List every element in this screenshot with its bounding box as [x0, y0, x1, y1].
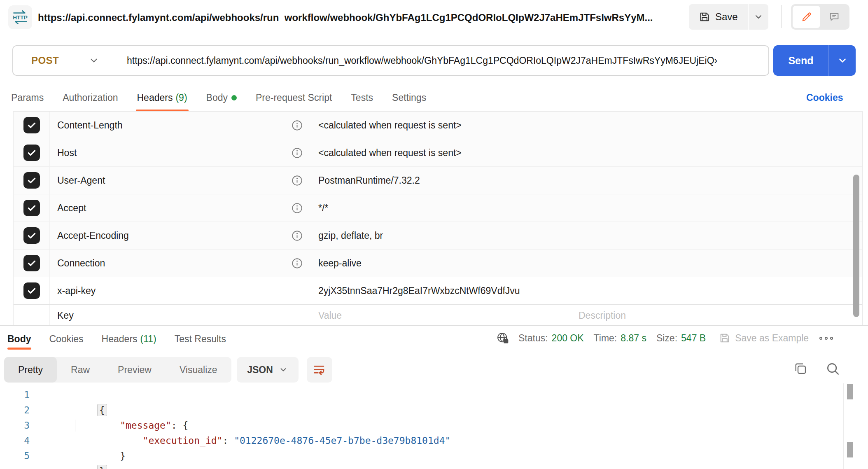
response-tab-headers[interactable]: Headers (11): [102, 328, 156, 350]
response-tab-cookies[interactable]: Cookies: [49, 328, 84, 350]
row-checkbox-cell: [14, 305, 50, 325]
header-description[interactable]: [571, 277, 862, 304]
line-number: 1: [0, 387, 30, 403]
info-icon[interactable]: [292, 230, 303, 241]
header-description[interactable]: [571, 222, 862, 249]
key-input[interactable]: Key: [57, 310, 309, 321]
header-key[interactable]: Host: [57, 147, 292, 159]
save-button[interactable]: Save: [689, 4, 748, 30]
more-options-icon[interactable]: [819, 337, 833, 340]
header-description[interactable]: [571, 250, 862, 277]
send-options-button[interactable]: [829, 55, 856, 66]
checkmark-icon: [26, 203, 37, 213]
response-scrollbar-track: [843, 383, 844, 469]
view-mode-pretty[interactable]: Pretty: [4, 357, 57, 383]
header-key[interactable]: Accept-Encoding: [57, 230, 292, 241]
response-scrollbar-thumb[interactable]: [847, 442, 853, 457]
tab-body[interactable]: Body: [206, 84, 237, 111]
copy-response-button[interactable]: [793, 361, 808, 376]
beautify-icon: [313, 363, 326, 376]
url-input[interactable]: https://api.connect.fylamynt.com/api/web…: [127, 55, 768, 66]
tab-settings[interactable]: Settings: [392, 84, 426, 111]
response-panel: Body Cookies Headers (11) Test Results S…: [0, 325, 868, 469]
header-description[interactable]: [571, 112, 862, 139]
tab-params[interactable]: Params: [11, 84, 44, 111]
method-selector[interactable]: POST: [31, 55, 59, 66]
view-mode-visualize[interactable]: Visualize: [166, 357, 231, 383]
code-line: 2 "message": {: [0, 403, 840, 418]
time-label: Time:: [594, 333, 617, 344]
format-wrap-button[interactable]: [307, 357, 332, 383]
tab-authorization[interactable]: Authorization: [63, 84, 118, 111]
header-key[interactable]: Accept: [57, 203, 292, 214]
header-enabled-checkbox[interactable]: [23, 200, 40, 216]
header-value[interactable]: <calculated when request is sent>: [309, 147, 571, 159]
send-button[interactable]: Send: [773, 55, 828, 67]
save-options-button[interactable]: [749, 4, 768, 30]
chevron-down-icon: [279, 365, 288, 374]
status-value: 200 OK: [552, 333, 584, 344]
header-description[interactable]: [571, 139, 862, 166]
tab-settings-label: Settings: [392, 92, 426, 103]
header-enabled-checkbox[interactable]: [23, 117, 40, 133]
header-description[interactable]: [571, 194, 862, 222]
tab-headers[interactable]: Headers (9): [137, 84, 187, 111]
header-value[interactable]: 2yjX35tnnSaa7Hr2g8EaI7rWxbzcNtWf69VdfJvu: [309, 285, 571, 296]
view-mode-group: Pretty Raw Preview Visualize: [4, 357, 231, 383]
fold-marker[interactable]: }: [97, 465, 107, 469]
info-icon[interactable]: [292, 175, 303, 186]
response-scrollbar-thumb[interactable]: [847, 384, 853, 399]
view-mode-raw-label: Raw: [71, 364, 90, 376]
table-row: Accept */*: [14, 194, 862, 222]
status-label: Status:: [518, 333, 548, 344]
request-panel-scrollbar[interactable]: [853, 175, 859, 317]
row-checkbox-cell: [14, 194, 50, 222]
save-button-label: Save: [715, 11, 738, 23]
header-enabled-checkbox[interactable]: [23, 282, 40, 299]
language-select[interactable]: JSON: [237, 357, 299, 383]
network-globe-lock-icon[interactable]: [496, 331, 509, 345]
search-response-button[interactable]: [825, 361, 841, 377]
header-key[interactable]: Connection: [57, 258, 292, 269]
header-value[interactable]: PostmanRuntime/7.32.2: [309, 175, 571, 186]
checkmark-icon: [26, 120, 37, 131]
chevron-down-icon: [754, 12, 763, 22]
header-value[interactable]: gzip, deflate, br: [309, 230, 571, 241]
description-input[interactable]: Description: [579, 310, 626, 321]
row-checkbox-cell: [14, 277, 50, 304]
header-key[interactable]: x-api-key: [57, 285, 309, 296]
header-enabled-checkbox[interactable]: [23, 227, 40, 244]
view-mode-preview[interactable]: Preview: [104, 357, 166, 383]
info-icon[interactable]: [292, 120, 303, 131]
comments-button[interactable]: [820, 6, 848, 28]
header-enabled-checkbox[interactable]: [23, 145, 40, 161]
response-tab-headers-count: (11): [140, 334, 156, 345]
info-icon[interactable]: [292, 258, 303, 269]
header-value[interactable]: */*: [309, 203, 571, 214]
save-as-example-button[interactable]: Save as Example: [719, 332, 809, 344]
response-tab-test-results[interactable]: Test Results: [175, 328, 226, 350]
cookies-link[interactable]: Cookies: [806, 84, 843, 111]
header-key[interactable]: User-Agent: [57, 175, 292, 186]
header-enabled-checkbox[interactable]: [23, 255, 40, 271]
view-mode-raw[interactable]: Raw: [57, 357, 104, 383]
tab-pre-request-script-label: Pre-request Script: [256, 92, 332, 103]
method-selector-chevron[interactable]: [89, 55, 99, 66]
header-key[interactable]: Content-Length: [57, 120, 292, 131]
header-enabled-checkbox[interactable]: [23, 172, 40, 189]
tab-pre-request-script[interactable]: Pre-request Script: [256, 84, 332, 111]
info-icon[interactable]: [292, 203, 303, 214]
info-icon[interactable]: [292, 147, 303, 159]
edit-mode-button[interactable]: [793, 6, 820, 28]
response-tab-headers-label: Headers: [102, 334, 138, 345]
value-input[interactable]: Value: [309, 310, 571, 321]
header-value[interactable]: keep-alive: [309, 258, 571, 269]
checkmark-icon: [26, 258, 37, 268]
tab-tests[interactable]: Tests: [351, 84, 373, 111]
checkmark-icon: [26, 147, 37, 158]
save-as-example-label: Save as Example: [735, 333, 809, 344]
header-description[interactable]: [571, 167, 862, 194]
save-button-group: Save: [689, 4, 768, 30]
response-tab-body[interactable]: Body: [7, 328, 31, 350]
header-value[interactable]: <calculated when request is sent>: [309, 120, 571, 131]
